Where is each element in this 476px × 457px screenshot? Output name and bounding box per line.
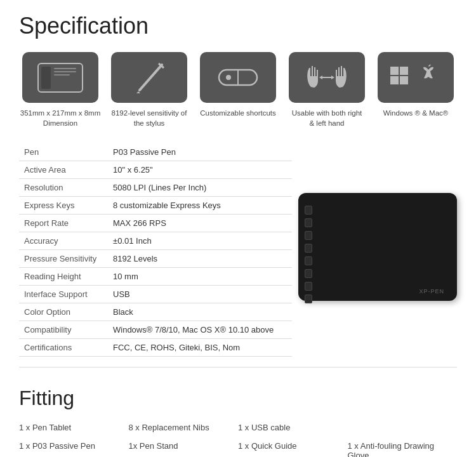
fitting-item: 1 x P03 Passive Pen: [19, 439, 129, 457]
spec-key: Interface Support: [19, 286, 108, 303]
spec-row: Pressure Sensitivity8192 Levels: [19, 250, 292, 268]
icon-item-hands: Usable with both right & left hand: [286, 52, 368, 128]
fitting-item: 1 x USB cable: [238, 420, 348, 435]
spec-key: Resolution: [19, 179, 108, 197]
spec-row: Color OptionBlack: [19, 303, 292, 321]
spec-key: Report Rate: [19, 215, 108, 232]
spec-value: P03 Passive Pen: [108, 143, 292, 161]
svg-marker-13: [331, 76, 334, 79]
icon-label-hands: Usable with both right & left hand: [292, 108, 362, 128]
spec-row: Accuracy±0.01 Inch: [19, 232, 292, 250]
content-area: PenP03 Passive PenActive Area10" x 6.25"…: [19, 143, 457, 357]
os-icon: [387, 60, 444, 95]
svg-rect-2: [54, 68, 76, 69]
svg-rect-3: [54, 71, 76, 72]
icon-label-os: Windows ® & Mac®: [383, 108, 449, 118]
fitting-section-title: Fitting: [19, 387, 457, 410]
pill-icon-box: [200, 52, 276, 103]
spec-row: Resolution5080 LPI (Lines Per Inch): [19, 179, 292, 197]
svg-rect-15: [400, 67, 408, 75]
spec-key: Pen: [19, 143, 108, 161]
spec-value: 8 customizable Express Keys: [108, 197, 292, 215]
tablet-btn-2: [305, 218, 312, 227]
tablet-image-area: XP-PEN: [292, 143, 470, 357]
spec-value: FCC, CE, ROHS, Giteki, BIS, Nom: [108, 339, 292, 357]
spec-row: Active Area10" x 6.25": [19, 161, 292, 179]
spec-section-title: Specification: [19, 13, 457, 39]
tablet-icon: [35, 60, 86, 95]
fitting-grid: 1 x Pen Tablet8 x Replacement Nibs1 x US…: [19, 420, 457, 457]
tablet-buttons: [305, 206, 312, 303]
tablet-render: XP-PEN: [298, 193, 470, 307]
icons-row: 351mm x 217mm x 8mm Dimension 8192-level…: [19, 52, 457, 128]
spec-value: USB: [108, 286, 292, 303]
fitting-section: Fitting 1 x Pen Tablet8 x Replacement Ni…: [19, 387, 457, 457]
svg-marker-12: [319, 76, 322, 79]
spec-value: 10" x 6.25": [108, 161, 292, 179]
spec-row: CompatibilityWindows® 7/8/10, Mac OS X® …: [19, 321, 292, 339]
spec-value: ±0.01 Inch: [108, 232, 292, 250]
svg-line-5: [140, 65, 162, 90]
icon-item-dimension: 351mm x 217mm x 8mm Dimension: [19, 52, 102, 128]
spec-row: Reading Height10 mm: [19, 268, 292, 286]
fitting-item: 1 x Pen Tablet: [19, 420, 129, 435]
spec-key: Certifications: [19, 339, 108, 357]
fitting-item: 1x Pen Stand: [129, 439, 239, 457]
icon-label-dimension: 351mm x 217mm x 8mm Dimension: [20, 108, 101, 128]
svg-marker-6: [136, 91, 140, 93]
fitting-item: 1 x Quick Guide: [238, 439, 348, 457]
pen-icon-box: [111, 52, 187, 103]
tablet-btn-6: [305, 269, 312, 278]
spec-table: PenP03 Passive PenActive Area10" x 6.25"…: [19, 143, 292, 357]
icon-item-stylus: 8192-level sensitivity of the stylus: [108, 52, 190, 128]
tablet-btn-8: [305, 295, 312, 303]
spec-key: Accuracy: [19, 232, 108, 250]
spec-key: Compatibility: [19, 321, 108, 339]
fitting-item: 8 x Replacement Nibs: [129, 420, 239, 435]
icon-item-shortcuts: Customizable shortcuts: [197, 52, 279, 118]
tablet-btn-7: [305, 282, 312, 291]
tablet-body: XP-PEN: [298, 193, 457, 301]
spec-row: PenP03 Passive Pen: [19, 143, 292, 161]
tablet-btn-4: [305, 244, 312, 253]
spec-row: Report RateMAX 266 RPS: [19, 215, 292, 232]
icon-item-os: Windows ® & Mac®: [374, 52, 457, 118]
spec-row: Interface SupportUSB: [19, 286, 292, 303]
section-divider: [19, 367, 457, 368]
spec-value: Windows® 7/8/10, Mac OS X® 10.10 above: [108, 321, 292, 339]
spec-value: MAX 266 RPS: [108, 215, 292, 232]
spec-row: CertificationsFCC, CE, ROHS, Giteki, BIS…: [19, 339, 292, 357]
pill-icon: [216, 65, 260, 90]
spec-key: Pressure Sensitivity: [19, 250, 108, 268]
hands-icon: [301, 58, 352, 96]
spec-key: Color Option: [19, 303, 108, 321]
spec-row: Express Keys8 customizable Express Keys: [19, 197, 292, 215]
fitting-item: 1 x Anti-fouling Drawing Glove: [348, 439, 458, 457]
svg-rect-1: [41, 67, 51, 89]
svg-rect-16: [390, 76, 399, 84]
specifications-table: PenP03 Passive PenActive Area10" x 6.25"…: [19, 143, 292, 357]
spec-key: Express Keys: [19, 197, 108, 215]
svg-rect-17: [400, 76, 408, 84]
tablet-icon-box: [22, 52, 98, 103]
fitting-item: [348, 420, 458, 435]
tablet-brand: XP-PEN: [419, 288, 444, 295]
svg-rect-4: [54, 74, 70, 76]
svg-rect-14: [390, 67, 399, 75]
spec-value: 10 mm: [108, 268, 292, 286]
svg-point-10: [226, 75, 231, 80]
pen-icon: [130, 58, 168, 96]
tablet-btn-5: [305, 256, 312, 265]
os-icon-box: [378, 52, 454, 103]
spec-key: Active Area: [19, 161, 108, 179]
spec-value: 8192 Levels: [108, 250, 292, 268]
spec-key: Reading Height: [19, 268, 108, 286]
spec-value: Black: [108, 303, 292, 321]
hands-icon-box: [289, 52, 365, 103]
icon-label-stylus: 8192-level sensitivity of the stylus: [112, 108, 187, 128]
tablet-btn-1: [305, 206, 312, 215]
spec-value: 5080 LPI (Lines Per Inch): [108, 179, 292, 197]
tablet-btn-3: [305, 231, 312, 240]
icon-label-shortcuts: Customizable shortcuts: [200, 108, 276, 118]
